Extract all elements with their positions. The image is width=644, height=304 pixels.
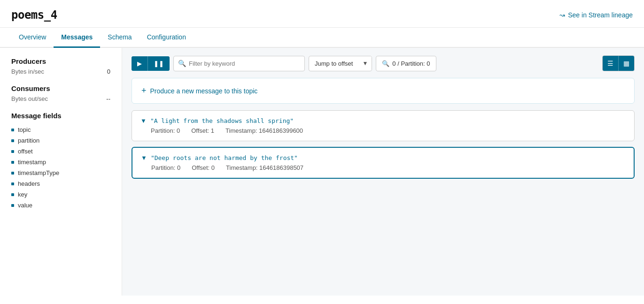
filter-input-wrap: 🔍: [173, 56, 305, 71]
field-name: topic: [18, 126, 31, 133]
message-partition: Partition: 0: [151, 127, 180, 134]
bytes-out-value: --: [106, 95, 110, 102]
message-header: ▼ "A light from the shadows shall spring…: [140, 117, 626, 124]
messages-container: ▼ "A light from the shadows shall spring…: [132, 110, 635, 179]
top-header: poems_4 ↝ See in Stream lineage: [0, 0, 644, 28]
message-offset: Offset: 1: [191, 127, 214, 134]
produce-message-card[interactable]: + Produce a new message to this topic: [132, 78, 635, 104]
message-offset: Offset: 0: [192, 164, 215, 171]
producers-title: Producers: [11, 57, 110, 65]
field-list-item: timestamp: [11, 157, 110, 167]
plus-icon: +: [141, 86, 147, 96]
bytes-out-label: Bytes out/sec: [11, 95, 48, 102]
field-bullet: [11, 193, 14, 196]
stream-lineage-label: See in Stream lineage: [568, 11, 633, 19]
stream-lineage-link[interactable]: ↝ See in Stream lineage: [559, 11, 633, 19]
field-bullet: [11, 182, 14, 185]
tab-configuration[interactable]: Configuration: [140, 28, 194, 48]
field-bullet: [11, 204, 14, 207]
field-name: offset: [18, 148, 33, 155]
message-content-preview: "Deep roots are not harmed by the frost": [151, 154, 298, 161]
field-name: timestampType: [18, 169, 59, 176]
field-bullet: [11, 129, 14, 131]
message-fields-title: Message fields: [11, 112, 110, 120]
bytes-in-label: Bytes in/sec: [11, 68, 44, 75]
message-card[interactable]: ▼ "Deep roots are not harmed by the fros…: [132, 147, 635, 179]
message-card[interactable]: ▼ "A light from the shadows shall spring…: [132, 110, 635, 141]
jump-offset-select[interactable]: Jump to offset ▼: [309, 56, 372, 71]
field-list-item: key: [11, 189, 110, 200]
content-area: ▶ ❚❚ 🔍 Jump to offset ▼ 🔍 0 / Partition:…: [122, 48, 644, 296]
play-button[interactable]: ▶: [132, 56, 148, 71]
filter-input[interactable]: [173, 56, 305, 71]
consumers-title: Consumers: [11, 84, 110, 92]
field-name: timestamp: [18, 159, 46, 166]
sidebar: Producers Bytes in/sec 0 Consumers Bytes…: [0, 48, 122, 296]
play-pause-group[interactable]: ▶ ❚❚: [132, 56, 170, 71]
field-bullet: [11, 139, 14, 142]
message-meta: Partition: 0 Offset: 0 Timestamp: 164618…: [141, 164, 625, 171]
message-header: ▼ "Deep roots are not harmed by the fros…: [141, 154, 625, 161]
field-name: partition: [18, 137, 39, 144]
list-view-button[interactable]: ☰: [603, 56, 618, 71]
message-meta: Partition: 0 Offset: 1 Timestamp: 164618…: [140, 127, 626, 134]
field-name: key: [18, 191, 27, 198]
view-toggle: ☰ ▦: [602, 55, 635, 71]
tab-messages[interactable]: Messages: [54, 28, 100, 48]
produce-message-label: Produce a new message to this topic: [150, 87, 258, 95]
message-timestamp: Timestamp: 1646186399600: [225, 127, 303, 134]
field-list-item: timestampType: [11, 167, 110, 178]
partition-display: 0 / Partition: 0: [392, 60, 430, 67]
stream-lineage-arrow-icon: ↝: [559, 11, 565, 19]
chevron-icon: ▼: [141, 154, 147, 161]
field-bullet: [11, 161, 14, 164]
partition-input-wrap: 🔍 0 / Partition: 0: [376, 56, 436, 71]
field-list: topicpartitionoffsettimestamptimestampTy…: [11, 124, 110, 211]
tabs-bar: Overview Messages Schema Configuration: [0, 28, 644, 48]
field-list-item: offset: [11, 146, 110, 157]
chevron-icon: ▼: [140, 117, 147, 124]
jump-offset-dropdown-button[interactable]: ▼: [358, 56, 372, 70]
search-icon: 🔍: [178, 60, 186, 67]
tab-overview[interactable]: Overview: [11, 28, 54, 48]
field-bullet: [11, 150, 14, 153]
field-name: headers: [18, 180, 40, 187]
partition-search-icon: 🔍: [382, 60, 389, 67]
message-content-preview: "A light from the shadows shall spring": [150, 117, 294, 124]
tab-schema[interactable]: Schema: [100, 28, 139, 48]
field-bullet: [11, 172, 14, 175]
field-list-item: value: [11, 200, 110, 211]
bytes-in-metric: Bytes in/sec 0: [11, 68, 110, 77]
bytes-in-value: 0: [107, 68, 110, 75]
pause-button[interactable]: ❚❚: [148, 56, 170, 71]
bytes-out-metric: Bytes out/sec --: [11, 95, 110, 104]
field-list-item: topic: [11, 124, 110, 135]
jump-offset-value: Jump to offset: [309, 56, 358, 71]
page-title: poems_4: [11, 8, 57, 22]
field-name: value: [18, 202, 32, 209]
grid-view-button[interactable]: ▦: [618, 56, 634, 71]
toolbar: ▶ ❚❚ 🔍 Jump to offset ▼ 🔍 0 / Partition:…: [132, 55, 635, 71]
field-list-item: partition: [11, 135, 110, 146]
field-list-item: headers: [11, 178, 110, 189]
message-partition: Partition: 0: [151, 164, 180, 171]
message-timestamp: Timestamp: 1646186398507: [226, 164, 303, 171]
main-layout: Producers Bytes in/sec 0 Consumers Bytes…: [0, 48, 644, 296]
